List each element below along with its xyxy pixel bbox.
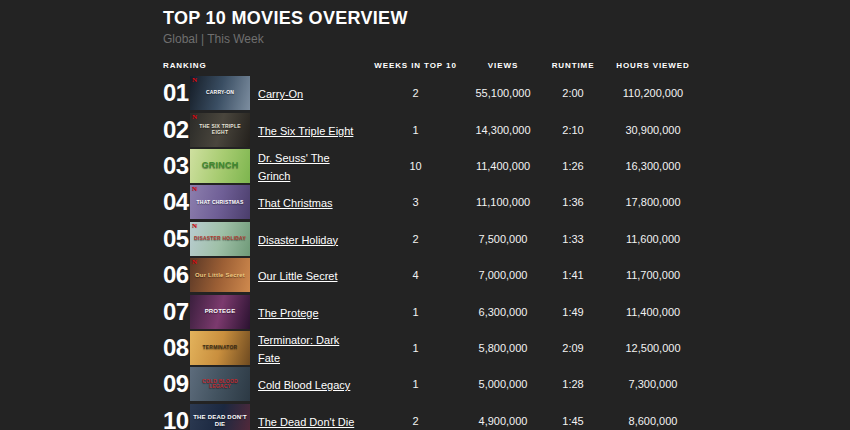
views-value: 55,100,000 xyxy=(463,87,543,99)
movie-title-link[interactable]: Carry-On xyxy=(258,88,303,100)
movie-thumbnail[interactable]: N CARRY-ON xyxy=(190,76,250,110)
weeks-value: 1 xyxy=(368,124,463,136)
movie-title-link[interactable]: The Dead Don't Die xyxy=(258,416,354,428)
thumbnail-art-text: DISASTER HOLIDAY xyxy=(192,236,248,242)
runtime-value: 2:00 xyxy=(543,87,603,99)
weeks-value: 1 xyxy=(368,378,463,390)
thumbnail-art-text: PROTEGE xyxy=(203,308,238,315)
movie-title-link[interactable]: Cold Blood Legacy xyxy=(258,379,350,391)
table-body: 01 N CARRY-ON Carry-On 2 55,100,000 2:00… xyxy=(163,75,723,430)
weeks-value: 3 xyxy=(368,196,463,208)
table-row: 03 N GRINCH Dr. Seuss' The Grinch 10 11,… xyxy=(163,148,723,184)
netflix-n-icon: N xyxy=(192,186,197,193)
netflix-n-icon: N xyxy=(192,77,197,84)
runtime-value: 1:28 xyxy=(543,378,603,390)
table-row: 09 N COLD BLOOD LEGACY Cold Blood Legacy… xyxy=(163,366,723,402)
movie-thumbnail[interactable]: N THAT CHRISTMAS xyxy=(190,185,250,219)
movie-thumbnail[interactable]: N PROTEGE xyxy=(190,295,250,329)
movie-thumbnail[interactable]: N THE SIX TRIPLE EIGHT xyxy=(190,113,250,147)
hours-viewed-value: 110,200,000 xyxy=(603,87,703,99)
movie-title-link[interactable]: The Six Triple Eight xyxy=(258,125,353,137)
movie-title-link[interactable]: The Protege xyxy=(258,307,319,319)
column-header-weeks: WEEKS IN TOP 10 xyxy=(368,61,463,70)
movie-thumbnail[interactable]: N THE DEAD DON'T DIE xyxy=(190,404,250,430)
main-content: TOP 10 MOVIES OVERVIEW Global | This Wee… xyxy=(163,9,723,430)
views-value: 6,300,000 xyxy=(463,306,543,318)
runtime-value: 1:33 xyxy=(543,233,603,245)
table-row: 10 N THE DEAD DON'T DIE The Dead Don't D… xyxy=(163,403,723,430)
table-row: 08 N TERMINATOR Terminator: Dark Fate 1 … xyxy=(163,330,723,366)
runtime-value: 1:26 xyxy=(543,160,603,172)
rank-number: 02 xyxy=(163,118,190,142)
hours-viewed-value: 11,700,000 xyxy=(603,269,703,281)
thumbnail-art-text: Our Little Secret xyxy=(193,272,247,279)
weeks-value: 10 xyxy=(368,160,463,172)
hours-viewed-value: 30,900,000 xyxy=(603,124,703,136)
thumbnail-art-text: THAT CHRISTMAS xyxy=(195,200,246,206)
netflix-n-icon: N xyxy=(192,259,197,266)
runtime-value: 1:49 xyxy=(543,306,603,318)
views-value: 7,500,000 xyxy=(463,233,543,245)
rank-number: 03 xyxy=(163,154,190,178)
rank-number: 05 xyxy=(163,227,190,251)
thumbnail-art-text: THE DEAD DON'T DIE xyxy=(190,414,250,427)
hours-viewed-value: 17,800,000 xyxy=(603,196,703,208)
table-row: 01 N CARRY-ON Carry-On 2 55,100,000 2:00… xyxy=(163,75,723,111)
hours-viewed-value: 8,600,000 xyxy=(603,415,703,427)
netflix-n-icon: N xyxy=(192,114,197,121)
movie-thumbnail[interactable]: N COLD BLOOD LEGACY xyxy=(190,367,250,401)
thumbnail-art-text: CARRY-ON xyxy=(204,90,236,96)
views-value: 7,000,000 xyxy=(463,269,543,281)
views-value: 11,100,000 xyxy=(463,196,543,208)
weeks-value: 2 xyxy=(368,233,463,245)
rank-number: 04 xyxy=(163,190,190,214)
rank-number: 10 xyxy=(163,409,190,430)
movie-title-link[interactable]: Disaster Holiday xyxy=(258,234,338,246)
page-title: TOP 10 MOVIES OVERVIEW xyxy=(163,9,723,27)
movie-thumbnail[interactable]: N GRINCH xyxy=(190,149,250,183)
movie-thumbnail[interactable]: N TERMINATOR xyxy=(190,331,250,365)
column-header-views: VIEWS xyxy=(463,61,543,70)
thumbnail-art-text: THE SIX TRIPLE EIGHT xyxy=(190,124,250,135)
table-row: 04 N THAT CHRISTMAS That Christmas 3 11,… xyxy=(163,184,723,220)
hours-viewed-value: 12,500,000 xyxy=(603,342,703,354)
column-header-hours: HOURS VIEWED xyxy=(603,61,703,70)
runtime-value: 2:09 xyxy=(543,342,603,354)
views-value: 14,300,000 xyxy=(463,124,543,136)
hours-viewed-value: 7,300,000 xyxy=(603,378,703,390)
column-header-runtime: RUNTIME xyxy=(543,61,603,70)
rank-number: 09 xyxy=(163,372,190,396)
movie-title-link[interactable]: Our Little Secret xyxy=(258,270,337,282)
runtime-value: 1:36 xyxy=(543,196,603,208)
page-subtitle: Global | This Week xyxy=(163,33,723,45)
runtime-value: 1:41 xyxy=(543,269,603,281)
weeks-value: 4 xyxy=(368,269,463,281)
runtime-value: 2:10 xyxy=(543,124,603,136)
weeks-value: 2 xyxy=(368,87,463,99)
hours-viewed-value: 11,400,000 xyxy=(603,306,703,318)
movie-thumbnail[interactable]: N Our Little Secret xyxy=(190,258,250,292)
thumbnail-art-text: GRINCH xyxy=(200,161,241,171)
rank-number: 07 xyxy=(163,300,190,324)
movie-title-link[interactable]: Terminator: Dark Fate xyxy=(258,334,339,364)
movie-title-link[interactable]: Dr. Seuss' The Grinch xyxy=(258,152,330,182)
weeks-value: 1 xyxy=(368,342,463,354)
views-value: 5,800,000 xyxy=(463,342,543,354)
movie-thumbnail[interactable]: N DISASTER HOLIDAY xyxy=(190,222,250,256)
netflix-n-icon: N xyxy=(192,223,197,230)
table-header-row: RANKING WEEKS IN TOP 10 VIEWS RUNTIME HO… xyxy=(163,60,723,70)
weeks-value: 1 xyxy=(368,306,463,318)
movie-title-link[interactable]: That Christmas xyxy=(258,197,333,209)
hours-viewed-value: 16,300,000 xyxy=(603,160,703,172)
table-row: 06 N Our Little Secret Our Little Secret… xyxy=(163,257,723,293)
views-value: 11,400,000 xyxy=(463,160,543,172)
rank-number: 08 xyxy=(163,336,190,360)
weeks-value: 2 xyxy=(368,415,463,427)
runtime-value: 1:45 xyxy=(543,415,603,427)
table-row: 02 N THE SIX TRIPLE EIGHT The Six Triple… xyxy=(163,111,723,147)
table-row: 05 N DISASTER HOLIDAY Disaster Holiday 2… xyxy=(163,221,723,257)
rank-number: 01 xyxy=(163,81,190,105)
rank-number: 06 xyxy=(163,263,190,287)
table-row: 07 N PROTEGE The Protege 1 6,300,000 1:4… xyxy=(163,293,723,329)
top10-page: TOP 10 MOVIES OVERVIEW Global | This Wee… xyxy=(0,0,850,430)
